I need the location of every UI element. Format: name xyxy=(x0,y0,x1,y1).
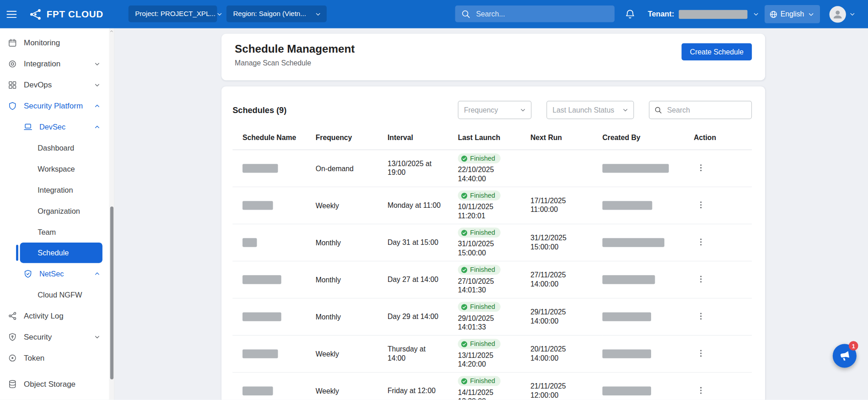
schedule-name-redacted xyxy=(243,350,278,358)
created-by-redacted xyxy=(602,387,651,395)
chevron-down-icon xyxy=(807,10,815,18)
account-menu[interactable] xyxy=(830,0,857,28)
status-label: Finished xyxy=(470,377,495,385)
sidebar-item-integration[interactable]: Integration xyxy=(0,53,114,74)
status-badge: Finished xyxy=(458,227,501,238)
monitoring-icon xyxy=(7,38,18,48)
sidebar-item-netsec[interactable]: NetSec xyxy=(0,263,114,284)
sidebar-item-cloud-ngfw[interactable]: Cloud NGFW xyxy=(0,284,114,305)
brand-logo[interactable]: FPT CLOUD xyxy=(29,0,103,28)
sidebar-item-integration[interactable]: Integration xyxy=(0,179,114,200)
table-header-row: Schedule NameFrequencyIntervalLast Launc… xyxy=(232,129,752,150)
sidebar-nav: MonitoringIntegrationDevOpsSecurity Plat… xyxy=(0,32,114,394)
status-badge: Finished xyxy=(458,190,501,200)
column-header-interval: Interval xyxy=(388,129,458,150)
created-by-redacted xyxy=(602,313,651,321)
menu-button[interactable] xyxy=(5,0,18,28)
scroll-up-icon[interactable] xyxy=(109,29,114,34)
table-row: WeeklyThursday at 14:00Finished13/11/202… xyxy=(232,335,752,373)
chevron-down-icon xyxy=(519,106,527,114)
last-launch-value: 22/10/2025 14:40:00 xyxy=(458,165,509,183)
sidebar-item-workspace[interactable]: Workspace xyxy=(0,158,114,179)
table-search-input[interactable] xyxy=(666,105,747,115)
created-by-cell xyxy=(602,335,694,373)
object-storage-icon xyxy=(7,379,18,389)
status-label: Finished xyxy=(470,266,495,274)
kebab-menu-icon xyxy=(696,162,706,173)
frequency-value: On-demand xyxy=(316,164,354,173)
kebab-menu-icon xyxy=(696,311,706,321)
notifications-button[interactable] xyxy=(625,0,636,28)
project-selector[interactable]: Project: PROJECT_XPL... xyxy=(129,5,217,22)
sidebar-item-security[interactable]: Security xyxy=(0,326,114,347)
security-platform-icon xyxy=(7,101,18,111)
page-title: Schedule Management xyxy=(235,42,355,56)
schedule-name-cell xyxy=(232,187,316,224)
announcements-fab[interactable]: 1 xyxy=(833,344,857,368)
row-actions-button[interactable] xyxy=(694,199,708,212)
table-row: MonthlyDay 29 at 14:00Finished29/10/2025… xyxy=(232,298,752,335)
row-actions-button[interactable] xyxy=(694,162,708,175)
schedule-name-cell xyxy=(232,335,316,373)
create-schedule-button[interactable]: Create Schedule xyxy=(682,43,752,60)
tenant-label: Tenant: xyxy=(648,10,674,18)
megaphone-icon xyxy=(839,350,851,362)
sidebar-item-schedule[interactable]: Schedule xyxy=(20,243,102,263)
sidebar-item-label: Schedule xyxy=(38,249,97,257)
activity-log-icon xyxy=(7,311,18,320)
sidebar-item-devops[interactable]: DevOps xyxy=(0,74,114,95)
sidebar-item-token[interactable]: Token xyxy=(0,347,114,368)
sidebar-item-label: Activity Log xyxy=(24,311,108,320)
sidebar-item-object-storage[interactable]: Object Storage xyxy=(0,373,114,395)
chevron-down-icon xyxy=(92,333,102,341)
sidebar-item-dashboard[interactable]: Dashboard xyxy=(0,137,114,158)
row-actions-button[interactable] xyxy=(694,273,708,286)
created-by-redacted xyxy=(602,238,664,247)
language-selector[interactable]: English xyxy=(765,5,820,23)
row-actions-button[interactable] xyxy=(694,310,708,324)
interval-cell: Friday at 12:00 xyxy=(388,373,458,400)
frequency-filter[interactable]: Frequency xyxy=(458,101,532,119)
sidebar-item-team[interactable]: Team xyxy=(0,222,114,243)
table-row: WeeklyMonday at 11:00Finished10/11/2025 … xyxy=(232,187,752,224)
next-run-value: 31/12/2025 15:00:00 xyxy=(530,233,581,251)
schedule-name-cell xyxy=(232,261,316,298)
row-actions-button[interactable] xyxy=(694,236,708,249)
sidebar-item-monitoring[interactable]: Monitoring xyxy=(0,32,114,53)
kebab-menu-icon xyxy=(696,348,706,358)
tenant-selector[interactable]: Tenant: xyxy=(648,0,760,28)
frequency-cell: Monthly xyxy=(316,261,388,298)
schedule-name-redacted xyxy=(243,201,273,210)
sidebar-scrollbar[interactable] xyxy=(109,28,114,400)
next-run-value: 29/11/2025 14:00:00 xyxy=(530,308,581,325)
next-run-cell xyxy=(530,150,602,187)
schedule-name-cell xyxy=(232,150,316,187)
last-launch-cell: Finished14/11/2025 12:20:00 xyxy=(458,373,531,400)
global-search-input[interactable] xyxy=(475,9,609,19)
created-by-cell xyxy=(602,187,694,224)
sidebar-item-activity-log[interactable]: Activity Log xyxy=(0,305,114,326)
frequency-cell: Monthly xyxy=(316,298,388,335)
status-badge: Finished xyxy=(458,376,501,386)
check-circle-icon xyxy=(461,192,468,199)
status-badge: Finished xyxy=(458,265,501,275)
table-row: MonthlyDay 31 at 15:00Finished31/10/2025… xyxy=(232,224,752,261)
status-label: Finished xyxy=(470,229,495,237)
sidebar-item-security-platform[interactable]: Security Platform xyxy=(0,95,114,116)
row-actions-button[interactable] xyxy=(694,384,708,398)
table-row: MonthlyDay 27 at 14:00Finished27/10/2025… xyxy=(232,261,752,298)
kebab-menu-icon xyxy=(696,200,706,210)
sidebar-item-devsec[interactable]: DevSec xyxy=(0,116,114,137)
last-launch-status-filter[interactable]: Last Launch Status xyxy=(546,101,634,119)
frequency-cell: Weekly xyxy=(316,187,388,224)
chevron-down-icon xyxy=(752,10,760,18)
sidebar-item-organization[interactable]: Organization xyxy=(0,200,114,222)
interval-value: Day 31 at 15:00 xyxy=(388,238,443,247)
sidebar-scrollbar-thumb[interactable] xyxy=(110,206,113,379)
region-selector[interactable]: Region: Saigon (Vietn... xyxy=(226,5,327,22)
next-run-value: 27/11/2025 14:00:00 xyxy=(530,270,581,288)
row-actions-button[interactable] xyxy=(694,347,708,361)
check-circle-icon xyxy=(461,229,468,236)
next-run-cell: 20/11/2025 14:00:00 xyxy=(530,335,602,373)
schedule-name-cell xyxy=(232,224,316,261)
